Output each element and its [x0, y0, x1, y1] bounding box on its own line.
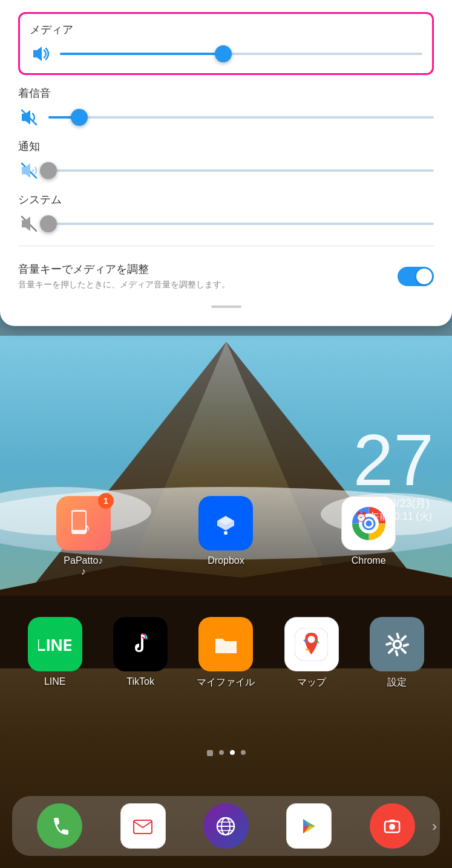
system-slider[interactable] [48, 213, 434, 235]
volume-key-title: 音量キーでメディアを調整 [18, 262, 385, 276]
dock: › [12, 796, 440, 856]
maps-icon [284, 617, 339, 671]
svg-rect-33 [124, 628, 157, 661]
myfiles-icon [198, 617, 253, 671]
datetime-widget: 27 2020/03/23(月) ⏰ 午前10:11 (火) [353, 423, 434, 523]
svg-text:♪: ♪ [84, 520, 90, 535]
ringtone-section: 着信音 [18, 86, 434, 128]
volume-panel: メディア 着信音 [0, 0, 452, 326]
divider [18, 246, 434, 246]
system-label: システム [18, 192, 434, 207]
media-section: メディア [18, 12, 434, 75]
alarm-text: ⏰ 午前10:11 (火) [353, 511, 434, 523]
settings-icon [370, 617, 424, 671]
dock-chevron: › [432, 818, 437, 835]
dock-internet[interactable] [203, 803, 249, 849]
media-row [30, 43, 422, 65]
app-maps[interactable]: マップ [275, 617, 348, 689]
app-papatto[interactable]: ♪ 1 PaPatto♪♪ [47, 496, 120, 577]
svg-point-36 [308, 636, 315, 643]
dropbox-label: Dropbox [208, 555, 244, 566]
notification-row [18, 160, 434, 181]
papatto-label: PaPatto♪♪ [64, 555, 103, 577]
volume-key-setting: 音量キーでメディアを調整 音量キーを押したときに、メディア音量を調整します。 [18, 257, 434, 296]
tiktok-label: TikTok [126, 676, 154, 687]
app-dropbox[interactable]: Dropbox [189, 496, 262, 566]
app-settings[interactable]: 設定 [361, 617, 433, 689]
volume-key-desc: 音量キーを押したときに、メディア音量を調整します。 [18, 279, 385, 291]
app-tiktok[interactable]: TikTok [104, 617, 177, 687]
media-label: メディア [30, 22, 422, 37]
app-row-2: LINE LINE TikTok [0, 617, 452, 689]
volume-key-text: 音量キーでメディアを調整 音量キーを押したときに、メディア音量を調整します。 [18, 262, 385, 291]
notification-icon [18, 160, 40, 181]
dock-play[interactable] [286, 803, 332, 849]
toggle-knob [416, 269, 432, 284]
page-dot-2 [219, 750, 224, 755]
app-line[interactable]: LINE LINE [19, 617, 91, 687]
big-number: 27 [353, 423, 434, 496]
system-icon [18, 213, 40, 235]
papatto-icon: ♪ 1 [56, 496, 111, 550]
svg-marker-10 [33, 47, 42, 61]
line-icon: LINE [28, 617, 82, 671]
tiktok-icon [113, 617, 168, 671]
ringtone-icon [18, 106, 40, 128]
dock-mail[interactable] [120, 803, 166, 849]
media-slider[interactable] [60, 43, 422, 65]
media-icon [30, 43, 51, 65]
svg-point-25 [224, 531, 228, 535]
page-dot-1 [207, 750, 213, 756]
dock-phone[interactable] [37, 803, 82, 849]
system-section: システム [18, 192, 434, 235]
page-indicators [0, 750, 452, 756]
volume-key-toggle[interactable] [398, 267, 434, 286]
papatto-badge: 1 [98, 493, 114, 509]
chrome-label: Chrome [352, 555, 386, 566]
ringtone-label: 着信音 [18, 86, 434, 100]
svg-point-42 [395, 642, 399, 647]
notification-slider[interactable] [48, 160, 434, 181]
alarm-icon: ⏰ [355, 511, 367, 523]
svg-rect-55 [389, 820, 395, 822]
page-dot-4 [241, 750, 246, 755]
svg-point-54 [389, 824, 395, 830]
ringtone-row [18, 106, 434, 128]
maps-label: マップ [297, 676, 326, 689]
svg-text:LINE: LINE [38, 636, 71, 654]
ringtone-slider[interactable] [48, 106, 434, 128]
notification-section: 通知 [18, 139, 434, 181]
system-row [18, 213, 434, 235]
line-label: LINE [44, 676, 66, 687]
myfiles-label: マイファイル [197, 676, 255, 689]
app-myfiles[interactable]: マイファイル [189, 617, 262, 689]
dock-capture[interactable] [370, 803, 415, 849]
page-dot-3 [230, 750, 235, 755]
dropbox-icon [198, 496, 253, 550]
drag-indicator[interactable] [211, 305, 241, 308]
alarm-time: 午前10:11 (火) [370, 511, 432, 523]
notification-label: 通知 [18, 139, 434, 154]
date-text: 2020/03/23(月) [353, 496, 434, 511]
settings-label: 設定 [387, 676, 407, 689]
